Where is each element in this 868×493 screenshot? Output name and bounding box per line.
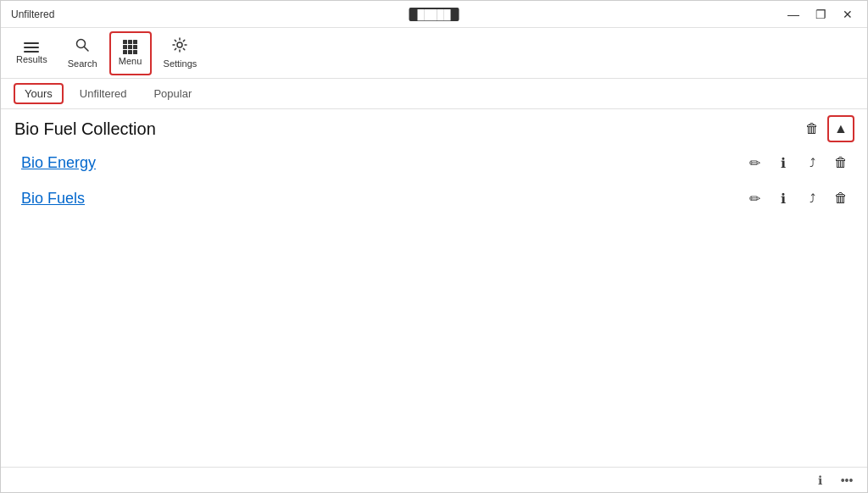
svg-point-2	[177, 42, 182, 47]
collection-header-actions: 🗑 ▲	[799, 116, 854, 141]
more-bottom-button[interactable]: •••	[837, 470, 857, 490]
settings-icon	[172, 37, 187, 57]
share-icon: ⤴	[810, 156, 815, 169]
delete-bio-fuels-button[interactable]: 🗑	[828, 186, 854, 211]
collapse-collection-button[interactable]: ▲	[828, 116, 854, 141]
tab-unfiltered[interactable]: Unfiltered	[70, 84, 137, 103]
info-icon-2: ℹ	[781, 191, 786, 207]
grid-icon	[123, 40, 137, 54]
menu-label: Menu	[119, 56, 142, 66]
item-title-bio-fuels: Bio Fuels	[21, 190, 85, 208]
collection-title: Bio Fuel Collection	[14, 119, 156, 139]
close-button[interactable]: ✕	[835, 6, 860, 23]
minimize-button[interactable]: —	[781, 6, 806, 23]
toolbar-item-results[interactable]: Results	[8, 31, 56, 75]
toolbar-item-search[interactable]: Search	[59, 31, 106, 75]
window-title: Unfiltered	[11, 8, 54, 20]
collection-group-bio-fuel: Bio Fuel Collection 🗑 ▲ Bio Energy ✏	[1, 109, 867, 216]
toolbar-item-settings[interactable]: Settings	[155, 31, 206, 75]
results-label: Results	[16, 54, 47, 64]
list-item-bio-energy[interactable]: Bio Energy ✏ ℹ ⤴ 🗑	[1, 145, 867, 180]
share-icon-2: ⤴	[810, 191, 815, 205]
info-bottom-button[interactable]: ℹ	[810, 470, 830, 490]
item-actions-bio-fuels: ✏ ℹ ⤴ 🗑	[742, 186, 854, 211]
edit-icon: ✏	[749, 155, 760, 171]
center-label: █████	[409, 8, 459, 21]
trash-icon-2: 🗑	[834, 155, 848, 170]
info-bio-energy-button[interactable]: ℹ	[771, 150, 796, 175]
tab-popular[interactable]: Popular	[143, 84, 202, 103]
search-icon	[75, 37, 90, 57]
delete-bio-energy-button[interactable]: 🗑	[828, 150, 854, 175]
window-controls: — ❐ ✕	[781, 6, 860, 23]
hamburger-icon	[24, 42, 39, 53]
search-label: Search	[68, 58, 97, 69]
trash-icon-3: 🗑	[834, 191, 848, 206]
item-actions-bio-energy: ✏ ℹ ⤴ 🗑	[742, 150, 854, 175]
edit-bio-fuels-button[interactable]: ✏	[742, 186, 767, 211]
title-bar: Unfiltered █████ — ❐ ✕	[1, 1, 867, 28]
tabs-bar: Yours Unfiltered Popular	[1, 79, 867, 109]
delete-collection-button[interactable]: 🗑	[799, 116, 825, 141]
bottom-bar: ℹ •••	[1, 467, 867, 492]
collection-header: Bio Fuel Collection 🗑 ▲	[1, 109, 867, 145]
toolbar-item-menu[interactable]: Menu	[109, 31, 152, 75]
tab-yours[interactable]: Yours	[14, 84, 63, 103]
info-icon: ℹ	[781, 155, 786, 171]
share-bio-fuels-button[interactable]: ⤴	[799, 186, 825, 211]
edit-bio-energy-button[interactable]: ✏	[742, 150, 767, 175]
item-title-bio-energy: Bio Energy	[21, 154, 96, 172]
collapse-icon: ▲	[834, 121, 848, 136]
maximize-button[interactable]: ❐	[808, 6, 833, 23]
settings-label: Settings	[164, 58, 198, 69]
content-area: Bio Fuel Collection 🗑 ▲ Bio Energy ✏	[1, 109, 867, 467]
svg-line-1	[85, 47, 89, 52]
edit-icon-2: ✏	[749, 191, 760, 207]
list-item-bio-fuels[interactable]: Bio Fuels ✏ ℹ ⤴ 🗑	[1, 180, 867, 216]
info-bio-fuels-button[interactable]: ℹ	[771, 186, 796, 211]
toolbar: Results Search Menu	[1, 28, 867, 79]
trash-icon: 🗑	[805, 121, 819, 136]
app-window: Unfiltered █████ — ❐ ✕ Results	[0, 0, 868, 493]
share-bio-energy-button[interactable]: ⤴	[799, 150, 825, 175]
